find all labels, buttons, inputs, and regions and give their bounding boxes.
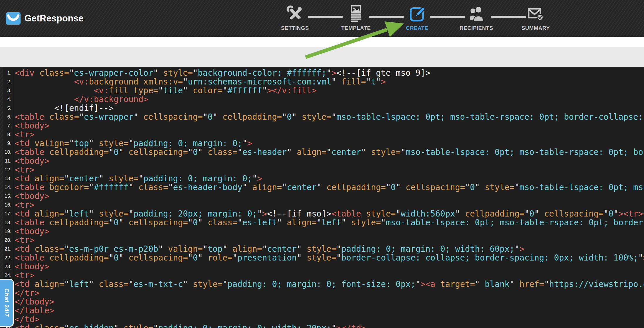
wizard-step-label: CREATE [394,25,441,31]
code-line-text: </td> [14,315,644,324]
line-number: 1. [3,69,14,77]
line-number: 16. [3,201,14,209]
code-line-text: <tbody> [14,227,644,236]
line-number: 5. [3,104,14,113]
code-line: 15.<tbody> [3,192,644,201]
code-line: 18.<table cellpadding="0" cellspacing="0… [3,218,644,227]
getresponse-logo[interactable]: GetResponse [6,0,84,37]
code-line: 7.<tbody> [3,121,644,130]
code-line-text: <tbody> [14,121,644,130]
line-number: 9. [3,139,14,148]
wizard-step-settings[interactable]: SETTINGS [272,5,318,31]
code-line-text: <td align="center" style="padding: 0; ma… [14,174,644,183]
code-line-text: <td class="es-m-p0r es-m-p20b" valign="t… [14,245,644,253]
code-line: 21.<td class="es-m-p0r es-m-p20b" valign… [3,245,644,253]
line-number: 6. [3,113,14,121]
wizard-step-label: SETTINGS [272,25,318,31]
chat-tab-label: Chat 24/7 [3,288,10,317]
wizard-step-recipients[interactable]: RECIPIENTS [453,5,500,31]
code-line-text: <table class="es-wrapper" cellspacing="0… [14,113,644,121]
code-line: 11.<tbody> [3,157,644,165]
line-number: 11. [3,157,14,165]
line-number: 3. [3,86,14,95]
create-compose-icon [409,6,425,22]
code-line-text: <td align="left" class="es-m-txt-c" styl… [14,280,644,289]
line-number: 10. [3,148,14,157]
line-number: 8. [3,130,14,139]
step-connector [308,16,343,18]
wizard-step-summary[interactable]: SUMMARY [512,5,559,31]
step-connector [430,16,465,18]
code-line: 9.<td valign="top" style="padding: 0; ma… [3,139,644,148]
code-line: 25.<td align="left" class="es-m-txt-c" s… [3,280,644,289]
code-line: 10.<table cellpadding="0" cellspacing="0… [3,148,644,157]
code-line-text: <v:background xmlns:v="urn:schemas-micro… [14,77,644,86]
code-line-text: <tr> [14,165,644,174]
code-line-text: <tbody> [14,157,644,165]
line-number: 21. [3,245,14,253]
brand-name: GetResponse [24,13,84,24]
settings-tools-icon [286,5,304,23]
step-connector [369,16,404,18]
line-number: 7. [3,121,14,130]
code-line-text: <tr> [14,201,644,209]
code-line-text: <v:fill type="tile" color="#ffffff"></v:… [14,86,644,95]
code-line-text: <tr> [14,271,644,280]
code-line: 20.<tr> [3,236,644,245]
code-line: 6.<table class="es-wrapper" cellspacing=… [3,113,644,121]
line-number: 15. [3,192,14,201]
code-line-text: <![endif]--> [14,104,644,113]
line-number: 19. [3,227,14,236]
code-line-text: <td class="es-hidden" style="padding: 0;… [14,324,644,328]
wizard-step-label: TEMPLATE [333,25,380,31]
recipients-users-icon [467,6,485,22]
code-line: 14.<table bgcolor="#ffffff" class="es-he… [3,183,644,192]
code-line: 16.<tr> [3,201,644,209]
code-line-text: <tr> [14,236,644,245]
code-line-text: <div class="es-wrapper-color" style="bac… [14,69,644,77]
wizard-step-label: RECIPIENTS [453,25,500,31]
wizard-step-label: SUMMARY [512,25,559,31]
code-editor[interactable]: 1.<div class="es-wrapper-color" style="b… [0,67,644,328]
line-number: 14. [3,183,14,192]
code-line: 2. <v:background xmlns:v="urn:schemas-mi… [3,77,644,86]
code-line-text: <table bgcolor="#ffffff" class="es-heade… [14,183,644,192]
code-lines-container: 1.<div class="es-wrapper-color" style="b… [3,67,644,328]
code-line: 24.<tr> [3,271,644,280]
code-line-text: <td valign="top" style="padding: 0; marg… [14,139,644,148]
code-line: 28.</table> [3,306,644,315]
code-line: 17.<td align="left" style="padding: 20px… [3,209,644,218]
code-line: 19.<tbody> [3,227,644,236]
code-line: 30.<td class="es-hidden" style="padding:… [3,324,644,328]
code-line: 23.<tbody> [3,262,644,271]
line-number: 13. [3,174,14,183]
line-number: 18. [3,218,14,227]
code-line-text: </tbody> [14,297,644,306]
code-line: 5. <![endif]--> [3,104,644,113]
content-strip-white [0,37,644,47]
code-line: 26.</tr> [3,289,644,297]
line-number: 12. [3,165,14,174]
getresponse-logo-icon [6,12,21,25]
wizard-header: GetResponse SETTINGS [0,0,644,37]
code-line: 12.<tr> [3,165,644,174]
line-number: 2. [3,77,14,86]
code-line-text: <table cellpadding="0" cellspacing="0" c… [14,218,644,227]
code-line-text: <tbody> [14,192,644,201]
wizard-step-template[interactable]: TEMPLATE [333,5,380,31]
line-number: 23. [3,262,14,271]
step-connector [491,16,526,18]
toolbar-strip-gray [0,47,644,67]
code-line: 1.<div class="es-wrapper-color" style="b… [3,69,644,77]
chat-tab[interactable]: Chat 24/7 [0,279,14,327]
code-line: 4. </v:background> [3,95,644,104]
summary-envelope-check-icon [527,6,544,22]
wizard-step-create[interactable]: CREATE [394,5,441,31]
line-number: 20. [3,236,14,245]
code-line: 3. <v:fill type="tile" color="#ffffff"><… [3,86,644,95]
template-doc-icon [348,5,365,23]
code-line-text: <table cellpadding="0" cellspacing="0" r… [14,253,644,262]
line-number: 22. [3,253,14,262]
line-number: 4. [3,95,14,104]
code-line: 27.</tbody> [3,297,644,306]
